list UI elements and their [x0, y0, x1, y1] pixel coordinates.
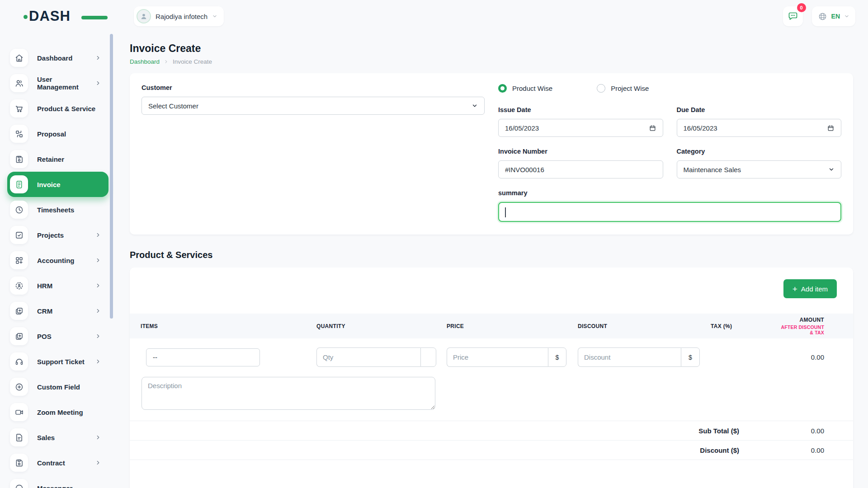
chevron-right-icon	[95, 460, 101, 466]
quantity-input[interactable]	[316, 347, 420, 367]
language-selector[interactable]: EN	[812, 6, 855, 26]
chevron-down-icon	[844, 14, 849, 19]
discount-input[interactable]	[578, 347, 681, 367]
windows-plus-icon	[10, 302, 28, 320]
workflow-icon	[10, 125, 28, 143]
sidebar-item-product-service[interactable]: Product & Service	[7, 96, 108, 121]
headphones-icon	[10, 352, 28, 371]
company-switcher[interactable]: Rajodiya infotech	[134, 6, 224, 26]
subtotal-row: Sub Total ($) 0.00	[130, 421, 853, 441]
item-select[interactable]: --	[146, 348, 260, 366]
sidebar-item-support-ticket[interactable]: Support Ticket	[7, 349, 108, 374]
description-textarea[interactable]	[142, 377, 435, 410]
invoice-detail-column: Product Wise Project Wise Issue Date 16/…	[498, 84, 841, 222]
customer-select[interactable]: Select Customer	[142, 97, 485, 115]
chevron-right-icon	[95, 257, 101, 263]
clock-icon	[10, 201, 28, 219]
users-icon	[10, 74, 28, 92]
sidebar-item-retainer[interactable]: Retainer	[7, 146, 108, 172]
floppy-icon	[10, 454, 28, 472]
number-category-row: Invoice Number #INVO00016 Category Maint…	[498, 148, 841, 178]
brand-name: DASH	[29, 8, 71, 24]
price-input[interactable]	[447, 347, 548, 367]
issue-date-input[interactable]: 16/05/2023	[498, 119, 663, 137]
radio-selected-icon	[498, 84, 507, 93]
breadcrumb: Dashboard Invoice Create	[130, 58, 853, 65]
windows-plus-icon	[10, 327, 28, 345]
customer-label: Customer	[142, 84, 485, 91]
logo-bar-accent	[81, 16, 108, 19]
discount-total-label: Discount ($)	[700, 446, 739, 454]
chevron-down-icon	[212, 14, 217, 19]
chevron-down-icon	[828, 166, 835, 173]
radio-unselected-icon	[597, 84, 605, 93]
text-cursor	[505, 207, 506, 217]
sidebar-item-dashboard[interactable]: Dashboard	[7, 45, 108, 70]
header-amount: AMOUNT AFTER DISCOUNT & TAX	[778, 317, 853, 335]
brand-logo[interactable]: DASH	[29, 8, 89, 24]
sidebar-item-accounting[interactable]: Accounting	[7, 248, 108, 273]
issue-date-label: Issue Date	[498, 106, 663, 113]
messages-badge: 0	[797, 3, 806, 12]
topbar-actions: 0 EN	[783, 6, 855, 26]
checkbox-icon	[10, 226, 28, 244]
plus-circle-icon	[10, 378, 28, 396]
quantity-addon	[420, 347, 436, 367]
grid-plus-icon	[10, 251, 28, 269]
category-label: Category	[677, 148, 842, 155]
breadcrumb-current: Invoice Create	[173, 58, 212, 65]
sidebar-item-contract[interactable]: Contract	[7, 450, 108, 475]
invoice-type-radios: Product Wise Project Wise	[498, 84, 841, 93]
header-amount-note: AFTER DISCOUNT & TAX	[778, 324, 824, 335]
sidebar-item-zoom-meeting[interactable]: Zoom Meeting	[7, 399, 108, 425]
due-date-input[interactable]: 16/05/2023	[677, 119, 842, 137]
main-content: Invoice Create Dashboard Invoice Create …	[114, 0, 868, 488]
sidebar-item-timesheets[interactable]: Timesheets	[7, 197, 108, 222]
sidebar-item-sales[interactable]: Sales	[7, 425, 108, 450]
logo-dot-accent	[24, 15, 28, 19]
sidebar-item-projects[interactable]: Projects	[7, 222, 108, 248]
category-select[interactable]: Maintenance Sales	[677, 160, 842, 178]
sidebar-item-pos[interactable]: POS	[7, 324, 108, 349]
top-header: DASH Rajodiya infotech 0 EN	[0, 0, 868, 33]
sidebar-item-invoice[interactable]: Invoice	[7, 172, 108, 197]
header-price: PRICE	[447, 323, 578, 329]
discount-group: $	[578, 347, 711, 367]
person-icon	[139, 12, 148, 21]
header-tax: TAX (%)	[711, 323, 778, 329]
sidebar-item-crm[interactable]: CRM	[7, 298, 108, 324]
sidebar-item-proposal[interactable]: Proposal	[7, 121, 108, 146]
header-items: ITEMS	[130, 323, 316, 329]
document-icon	[10, 428, 28, 446]
radio-product-wise[interactable]: Product Wise	[498, 84, 552, 93]
sidebar: Dashboard User Management Product & Serv…	[0, 33, 114, 488]
person-dashed-circle-icon	[10, 277, 28, 295]
header-discount: DISCOUNT	[578, 323, 711, 329]
language-code: EN	[831, 13, 840, 20]
sidebar-item-messenger[interactable]: Messenger	[7, 475, 108, 488]
summary-textarea[interactable]	[498, 202, 841, 222]
company-avatar	[137, 9, 151, 23]
chat-bubble-icon	[788, 11, 798, 22]
row-amount-value: 0.00	[778, 353, 853, 361]
messages-button[interactable]: 0	[783, 6, 803, 26]
discount-total-value: 0.00	[739, 446, 824, 454]
invoice-number-label: Invoice Number	[498, 148, 663, 155]
sidebar-item-hrm[interactable]: HRM	[7, 273, 108, 298]
page-title: Invoice Create	[130, 42, 853, 55]
chevron-right-icon	[95, 80, 101, 86]
radio-project-wise[interactable]: Project Wise	[597, 84, 649, 93]
add-item-button[interactable]: + Add item	[783, 279, 837, 298]
discount-currency-addon: $	[681, 347, 700, 367]
breadcrumb-dashboard-link[interactable]: Dashboard	[130, 58, 160, 65]
price-currency-addon: $	[548, 347, 566, 367]
chevron-right-icon	[95, 282, 101, 289]
sidebar-scrollbar[interactable]	[110, 34, 113, 319]
chevron-right-icon	[95, 308, 101, 314]
chevron-right-icon	[95, 333, 101, 339]
chevron-down-icon	[472, 103, 478, 109]
sidebar-item-custom-field[interactable]: Custom Field	[7, 374, 108, 399]
sidebar-item-user-management[interactable]: User Management	[7, 70, 108, 96]
invoice-number-input[interactable]: #INVO00016	[498, 160, 663, 178]
subtotal-label: Sub Total ($)	[698, 427, 739, 435]
